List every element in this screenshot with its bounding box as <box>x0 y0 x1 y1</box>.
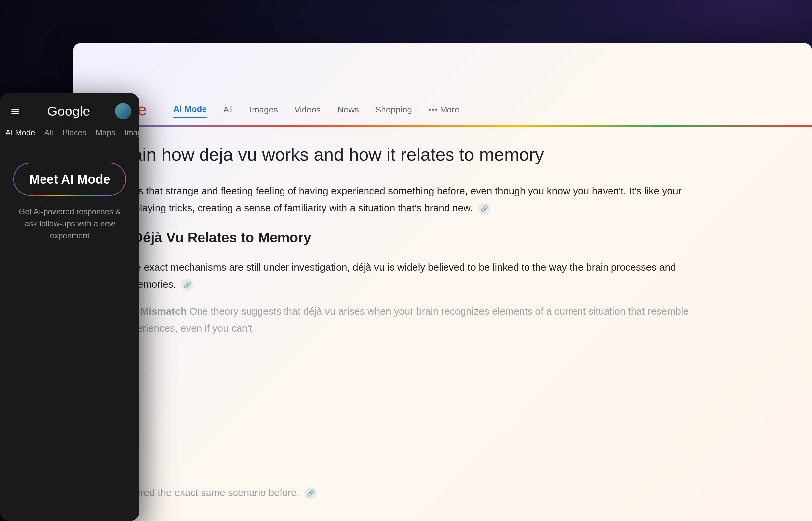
main-search-panel: Google AI Mode All Images Videos News Sh… <box>73 43 812 521</box>
avatar-image <box>115 103 132 119</box>
section-paragraph: While the exact mechanisms are still und… <box>99 259 697 293</box>
mobile-nav-places[interactable]: Places <box>61 126 88 139</box>
nav-item-images[interactable]: Images <box>250 102 278 117</box>
ai-mode-description: Get AI-powered responses & ask follow-up… <box>10 206 130 242</box>
main-content-area: explain how deja vu works and how it rel… <box>93 130 792 521</box>
nav-item-all[interactable]: All <box>223 102 233 117</box>
mobile-nav-images[interactable]: Images <box>123 126 139 139</box>
faded-paragraph: Memory Mismatch One theory suggests that… <box>99 303 697 337</box>
answer-paragraph: Déjà vu is that strange and fleeting fee… <box>99 182 697 217</box>
link-icon-1[interactable]: 🔗 <box>478 203 490 215</box>
more-dots-icon <box>429 109 437 111</box>
nav-item-ai-mode[interactable]: AI Mode <box>173 101 207 118</box>
mobile-nav-all[interactable]: All <box>43 126 54 139</box>
svg-rect-0 <box>11 109 19 110</box>
ai-mode-button-label: Meet AI Mode <box>29 172 110 186</box>
mobile-panel: Google AI Mode <box>0 93 139 521</box>
nav-more[interactable]: More <box>429 105 459 115</box>
nav-item-videos[interactable]: Videos <box>294 102 321 117</box>
faded-text-body: One theory suggests that déjà vu arises … <box>99 305 689 334</box>
mobile-navigation: AI Mode All Places Maps Images P... <box>0 126 139 139</box>
nav-item-shopping[interactable]: Shopping <box>376 102 412 117</box>
section-title: How Déjà Vu Relates to Memory <box>99 230 786 246</box>
main-navigation: Google AI Mode All Images Videos News Sh… <box>73 95 812 124</box>
mobile-nav-ai-mode[interactable]: AI Mode <box>4 126 36 139</box>
answer-text-content: Déjà vu is that strange and fleeting fee… <box>99 185 681 213</box>
color-accent-bar <box>73 126 812 127</box>
ai-mode-section: Meet AI Mode Get AI-powered responses & … <box>0 153 139 252</box>
svg-rect-2 <box>11 113 19 114</box>
mobile-user-avatar[interactable] <box>115 103 132 119</box>
nav-more-label[interactable]: More <box>440 105 459 115</box>
link-icon-2[interactable]: 🔗 <box>181 279 193 291</box>
mobile-nav-maps[interactable]: Maps <box>94 126 116 139</box>
search-query-text: explain how deja vu works and how it rel… <box>99 143 786 166</box>
ai-mode-button[interactable]: Meet AI Mode <box>13 163 126 196</box>
nav-item-news[interactable]: News <box>337 102 359 117</box>
svg-rect-1 <box>11 111 19 112</box>
mobile-topbar: Google <box>0 93 139 126</box>
mobile-settings-icon[interactable] <box>8 104 23 118</box>
mobile-google-logo-text: Google <box>47 104 90 119</box>
svg-point-5 <box>121 107 125 112</box>
